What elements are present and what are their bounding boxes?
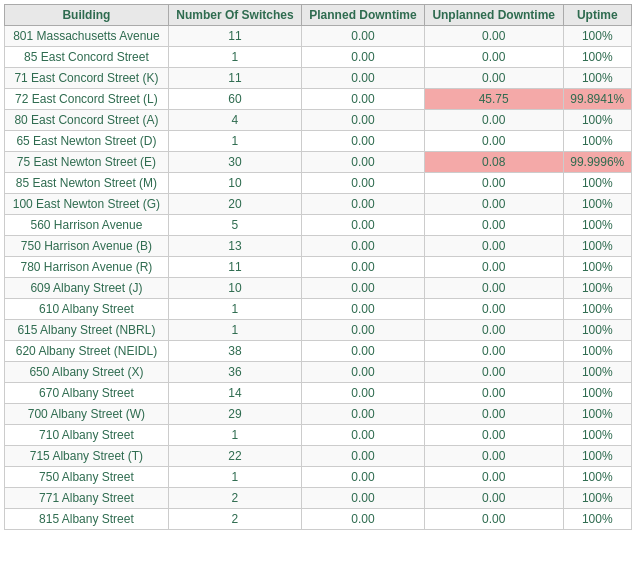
- cell-uptime: 100%: [563, 467, 632, 488]
- cell-unplanned: 0.00: [424, 131, 563, 152]
- cell-switches: 14: [168, 383, 301, 404]
- cell-uptime: 100%: [563, 173, 632, 194]
- cell-unplanned: 0.00: [424, 110, 563, 131]
- cell-uptime: 100%: [563, 425, 632, 446]
- cell-uptime: 100%: [563, 26, 632, 47]
- table-row: 815 Albany Street20.000.00100%: [5, 509, 632, 530]
- cell-uptime: 100%: [563, 215, 632, 236]
- cell-building: 75 East Newton Street (E): [5, 152, 169, 173]
- cell-switches: 22: [168, 446, 301, 467]
- cell-building: 609 Albany Street (J): [5, 278, 169, 299]
- cell-switches: 29: [168, 404, 301, 425]
- cell-planned: 0.00: [302, 89, 425, 110]
- cell-building: 80 East Concord Street (A): [5, 110, 169, 131]
- cell-building: 815 Albany Street: [5, 509, 169, 530]
- cell-uptime: 100%: [563, 278, 632, 299]
- col-header-planned: Planned Downtime: [302, 5, 425, 26]
- table-row: 85 East Concord Street10.000.00100%: [5, 47, 632, 68]
- cell-planned: 0.00: [302, 236, 425, 257]
- cell-building: 710 Albany Street: [5, 425, 169, 446]
- table-row: 65 East Newton Street (D)10.000.00100%: [5, 131, 632, 152]
- cell-building: 700 Albany Street (W): [5, 404, 169, 425]
- cell-uptime: 100%: [563, 47, 632, 68]
- report-table-wrapper: Building Number Of Switches Planned Down…: [0, 0, 636, 534]
- cell-unplanned: 0.08: [424, 152, 563, 173]
- cell-unplanned: 0.00: [424, 47, 563, 68]
- cell-planned: 0.00: [302, 257, 425, 278]
- cell-switches: 10: [168, 278, 301, 299]
- cell-building: 650 Albany Street (X): [5, 362, 169, 383]
- cell-building: 615 Albany Street (NBRL): [5, 320, 169, 341]
- cell-unplanned: 0.00: [424, 68, 563, 89]
- cell-switches: 13: [168, 236, 301, 257]
- cell-building: 771 Albany Street: [5, 488, 169, 509]
- table-row: 750 Albany Street10.000.00100%: [5, 467, 632, 488]
- cell-uptime: 100%: [563, 68, 632, 89]
- cell-planned: 0.00: [302, 215, 425, 236]
- cell-planned: 0.00: [302, 173, 425, 194]
- cell-switches: 11: [168, 68, 301, 89]
- cell-switches: 10: [168, 173, 301, 194]
- cell-building: 610 Albany Street: [5, 299, 169, 320]
- cell-uptime: 99.8941%: [563, 89, 632, 110]
- cell-unplanned: 0.00: [424, 425, 563, 446]
- table-row: 801 Massachusetts Avenue110.000.00100%: [5, 26, 632, 47]
- table-row: 100 East Newton Street (G)200.000.00100%: [5, 194, 632, 215]
- cell-planned: 0.00: [302, 299, 425, 320]
- table-row: 72 East Concord Street (L)600.0045.7599.…: [5, 89, 632, 110]
- cell-uptime: 100%: [563, 404, 632, 425]
- cell-planned: 0.00: [302, 488, 425, 509]
- col-header-uptime: Uptime: [563, 5, 632, 26]
- cell-unplanned: 0.00: [424, 257, 563, 278]
- cell-uptime: 100%: [563, 509, 632, 530]
- cell-unplanned: 0.00: [424, 278, 563, 299]
- cell-uptime: 100%: [563, 341, 632, 362]
- col-header-building: Building: [5, 5, 169, 26]
- cell-uptime: 100%: [563, 110, 632, 131]
- cell-unplanned: 0.00: [424, 488, 563, 509]
- cell-uptime: 100%: [563, 320, 632, 341]
- cell-unplanned: 0.00: [424, 362, 563, 383]
- table-row: 715 Albany Street (T)220.000.00100%: [5, 446, 632, 467]
- cell-uptime: 100%: [563, 383, 632, 404]
- cell-planned: 0.00: [302, 446, 425, 467]
- cell-planned: 0.00: [302, 26, 425, 47]
- cell-uptime: 99.9996%: [563, 152, 632, 173]
- cell-building: 750 Albany Street: [5, 467, 169, 488]
- cell-planned: 0.00: [302, 467, 425, 488]
- cell-planned: 0.00: [302, 68, 425, 89]
- cell-switches: 5: [168, 215, 301, 236]
- cell-planned: 0.00: [302, 194, 425, 215]
- cell-building: 72 East Concord Street (L): [5, 89, 169, 110]
- cell-planned: 0.00: [302, 404, 425, 425]
- cell-uptime: 100%: [563, 236, 632, 257]
- table-row: 650 Albany Street (X)360.000.00100%: [5, 362, 632, 383]
- col-header-switches: Number Of Switches: [168, 5, 301, 26]
- cell-unplanned: 0.00: [424, 383, 563, 404]
- cell-building: 715 Albany Street (T): [5, 446, 169, 467]
- cell-unplanned: 0.00: [424, 320, 563, 341]
- cell-unplanned: 0.00: [424, 236, 563, 257]
- cell-unplanned: 0.00: [424, 509, 563, 530]
- cell-unplanned: 0.00: [424, 194, 563, 215]
- table-row: 620 Albany Street (NEIDL)380.000.00100%: [5, 341, 632, 362]
- cell-switches: 1: [168, 467, 301, 488]
- cell-unplanned: 0.00: [424, 446, 563, 467]
- table-row: 670 Albany Street140.000.00100%: [5, 383, 632, 404]
- cell-uptime: 100%: [563, 194, 632, 215]
- table-row: 771 Albany Street20.000.00100%: [5, 488, 632, 509]
- cell-unplanned: 0.00: [424, 26, 563, 47]
- cell-planned: 0.00: [302, 131, 425, 152]
- cell-planned: 0.00: [302, 509, 425, 530]
- cell-planned: 0.00: [302, 425, 425, 446]
- cell-building: 620 Albany Street (NEIDL): [5, 341, 169, 362]
- cell-planned: 0.00: [302, 278, 425, 299]
- cell-planned: 0.00: [302, 362, 425, 383]
- table-row: 610 Albany Street10.000.00100%: [5, 299, 632, 320]
- table-header-row: Building Number Of Switches Planned Down…: [5, 5, 632, 26]
- cell-planned: 0.00: [302, 152, 425, 173]
- cell-switches: 11: [168, 257, 301, 278]
- cell-unplanned: 0.00: [424, 173, 563, 194]
- table-row: 71 East Concord Street (K)110.000.00100%: [5, 68, 632, 89]
- cell-uptime: 100%: [563, 446, 632, 467]
